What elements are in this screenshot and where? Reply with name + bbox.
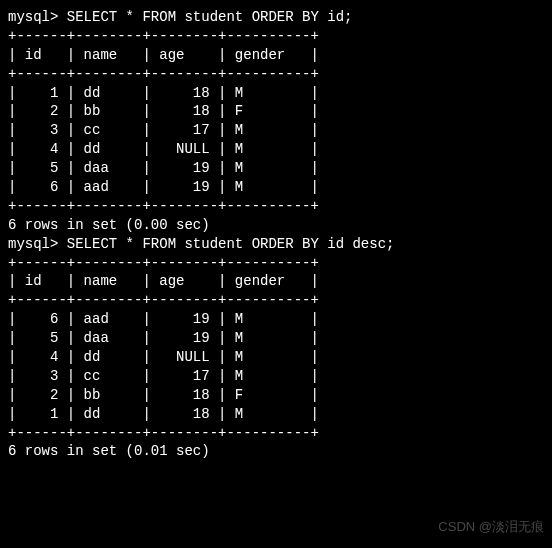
table-row: | 6 | aad | 19 | M | (8, 178, 544, 197)
table-separator: +------+--------+--------+----------+ (8, 291, 544, 310)
table-row: | 3 | cc | 17 | M | (8, 121, 544, 140)
table-row: | 2 | bb | 18 | F | (8, 102, 544, 121)
table-separator: +------+--------+--------+----------+ (8, 65, 544, 84)
query-line: mysql> SELECT * FROM student ORDER BY id… (8, 8, 544, 27)
table-row: | 6 | aad | 19 | M | (8, 310, 544, 329)
table-row: | 1 | dd | 18 | M | (8, 405, 544, 424)
result-footer: 6 rows in set (0.01 sec) (8, 442, 544, 461)
table-header: | id | name | age | gender | (8, 46, 544, 65)
watermark: CSDN @淡泪无痕 (438, 518, 544, 536)
table-row: | 4 | dd | NULL | M | (8, 348, 544, 367)
table-separator: +------+--------+--------+----------+ (8, 424, 544, 443)
table-row: | 1 | dd | 18 | M | (8, 84, 544, 103)
mysql-terminal: mysql> SELECT * FROM student ORDER BY id… (8, 8, 544, 461)
table-header: | id | name | age | gender | (8, 272, 544, 291)
table-separator: +------+--------+--------+----------+ (8, 27, 544, 46)
table-row: | 5 | daa | 19 | M | (8, 329, 544, 348)
table-row: | 3 | cc | 17 | M | (8, 367, 544, 386)
result-footer: 6 rows in set (0.00 sec) (8, 216, 544, 235)
table-separator: +------+--------+--------+----------+ (8, 254, 544, 273)
table-row: | 4 | dd | NULL | M | (8, 140, 544, 159)
table-separator: +------+--------+--------+----------+ (8, 197, 544, 216)
table-row: | 5 | daa | 19 | M | (8, 159, 544, 178)
table-row: | 2 | bb | 18 | F | (8, 386, 544, 405)
query-line: mysql> SELECT * FROM student ORDER BY id… (8, 235, 544, 254)
